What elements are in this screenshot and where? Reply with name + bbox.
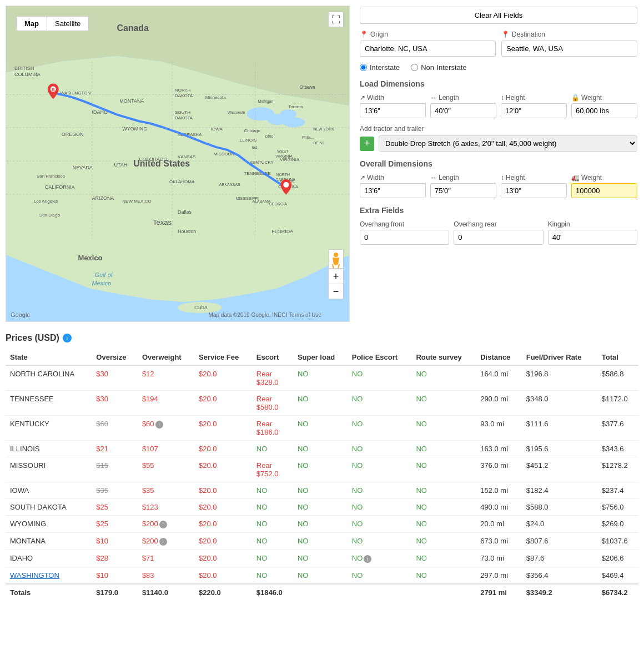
kingpin-field: Kingpin bbox=[548, 220, 637, 245]
overall-weight-icon: 🚛 bbox=[571, 174, 580, 182]
prices-title: Prices (USD) bbox=[6, 333, 59, 343]
destination-input[interactable] bbox=[501, 41, 637, 57]
overall-width-header: ↗ Width bbox=[360, 174, 426, 182]
tab-map[interactable]: Map bbox=[17, 17, 47, 31]
svg-text:NORTH: NORTH bbox=[276, 173, 290, 177]
svg-text:San Francisco: San Francisco bbox=[37, 174, 66, 179]
svg-text:IOWA: IOWA bbox=[211, 127, 223, 132]
clear-fields-button[interactable]: Clear All Fields bbox=[360, 7, 637, 24]
trailer-select[interactable]: Double Drop Stretch (6 axles, 2'0" tall,… bbox=[379, 135, 637, 152]
col-total: Total bbox=[597, 350, 638, 365]
prices-info-icon[interactable]: i bbox=[63, 334, 72, 342]
non-interstate-label: Non-Interstate bbox=[421, 63, 466, 72]
non-interstate-radio[interactable] bbox=[411, 64, 418, 71]
state-cell: NORTH CAROLINA bbox=[6, 365, 92, 391]
overhang-rear-input[interactable] bbox=[454, 230, 543, 245]
overall-length-icon: ↔ bbox=[430, 174, 437, 182]
overall-height-icon: ↕ bbox=[501, 174, 504, 182]
state-cell: KENTUCKY bbox=[6, 416, 92, 441]
interstate-option[interactable]: Interstate bbox=[360, 63, 400, 72]
state-cell[interactable]: WASHINGTON bbox=[6, 567, 92, 585]
interstate-radio[interactable] bbox=[360, 64, 367, 71]
length-input[interactable] bbox=[430, 103, 496, 118]
tab-satellite[interactable]: Satellite bbox=[47, 17, 88, 31]
escort-cell: Rear$328.0 bbox=[252, 365, 293, 391]
width-input[interactable] bbox=[360, 103, 426, 118]
super-load-cell: NO bbox=[293, 567, 348, 585]
service-fee-cell: $20.0 bbox=[194, 499, 252, 516]
width-header: ↗ Width bbox=[360, 94, 426, 102]
fuel-rate-cell: $111.6 bbox=[522, 416, 597, 441]
total-cell: $469.4 bbox=[597, 567, 638, 585]
overweight-cell: $200i bbox=[138, 533, 194, 550]
police-escort-cell: NO bbox=[348, 516, 412, 533]
svg-text:Mexico: Mexico bbox=[92, 280, 112, 286]
svg-text:SOUTH: SOUTH bbox=[175, 110, 190, 115]
non-interstate-option[interactable]: Non-Interstate bbox=[411, 63, 466, 72]
weight-input[interactable] bbox=[571, 103, 637, 118]
overall-height-input[interactable] bbox=[501, 183, 567, 198]
svg-text:NORTH: NORTH bbox=[175, 88, 190, 93]
route-survey-cell: NO bbox=[411, 533, 476, 550]
add-trailer-button[interactable]: + bbox=[360, 137, 374, 151]
overall-width-input[interactable] bbox=[360, 183, 426, 198]
state-cell: TENNESSEE bbox=[6, 391, 92, 416]
svg-text:FLORIDA: FLORIDA bbox=[271, 229, 293, 234]
origin-pin-icon: 📍 bbox=[360, 31, 368, 38]
police-escort-cell: NO bbox=[348, 416, 412, 441]
police-escort-cell: NO bbox=[348, 391, 412, 416]
total-cell: $1172.0 bbox=[597, 391, 638, 416]
zoom-out-button[interactable]: − bbox=[328, 284, 344, 299]
police-escort-cell: NO bbox=[348, 567, 412, 585]
fuel-rate-cell: $356.4 bbox=[522, 567, 597, 585]
origin-input[interactable] bbox=[360, 41, 496, 57]
escort-cell: NO bbox=[252, 533, 293, 550]
state-cell: WYOMING bbox=[6, 516, 92, 533]
map-credit: Map data ©2019 Google, INEGI Terms of Us… bbox=[209, 312, 321, 318]
overall-height-header: ↕ Height bbox=[501, 174, 567, 182]
oversize-cell: $30 bbox=[92, 365, 138, 391]
totals-escort: $1846.0 bbox=[252, 584, 293, 601]
distance-cell: 152.0 mi bbox=[476, 482, 522, 499]
state-cell: SOUTH DAKOTA bbox=[6, 499, 92, 516]
route-survey-cell: NO bbox=[411, 550, 476, 567]
overall-weight-input[interactable] bbox=[571, 183, 637, 198]
origin-group: 📍 Origin bbox=[360, 31, 496, 57]
totals-overweight: $1140.0 bbox=[138, 584, 194, 601]
distance-cell: 163.0 mi bbox=[476, 441, 522, 457]
prices-table-body: NORTH CAROLINA$30$12$20.0Rear$328.0NONON… bbox=[6, 365, 638, 601]
destination-group: 📍 Destination bbox=[501, 31, 637, 57]
oversize-cell: $10 bbox=[92, 567, 138, 585]
overweight-cell: $12 bbox=[138, 365, 194, 391]
fullscreen-button[interactable] bbox=[328, 12, 344, 27]
distance-cell: 297.0 mi bbox=[476, 567, 522, 585]
table-row: MONTANA$10$200i$20.0NONONONO673.0 mi$807… bbox=[6, 533, 638, 550]
table-row: WYOMING$25$200i$20.0NONONONO20.0 mi$24.0… bbox=[6, 516, 638, 533]
add-trailer-label: Add tractor and trailer bbox=[360, 125, 637, 133]
map-container: Map Satellite bbox=[6, 6, 350, 322]
svg-point-3 bbox=[280, 109, 296, 118]
svg-text:KANSAS: KANSAS bbox=[178, 154, 195, 159]
escort-cell: NO bbox=[252, 550, 293, 567]
kingpin-input[interactable] bbox=[548, 230, 637, 245]
height-input[interactable] bbox=[501, 103, 567, 118]
table-row: SOUTH DAKOTA$25$123$20.0NONONONO490.0 mi… bbox=[6, 499, 638, 516]
origin-label: 📍 Origin bbox=[360, 31, 496, 38]
overhang-front-input[interactable] bbox=[360, 230, 449, 245]
map-tabs: Map Satellite bbox=[16, 16, 89, 31]
svg-text:MONTANA: MONTANA bbox=[119, 98, 144, 104]
overall-weight-field: 🚛 Weight bbox=[571, 174, 637, 198]
weight-icon: 🔒 bbox=[571, 94, 580, 102]
overall-length-input[interactable] bbox=[430, 183, 496, 198]
length-icon: ↔ bbox=[430, 94, 437, 102]
state-cell: ILLINOIS bbox=[6, 441, 92, 457]
svg-text:DE NJ: DE NJ bbox=[313, 141, 324, 145]
fuel-rate-cell: $195.6 bbox=[522, 441, 597, 457]
zoom-in-button[interactable]: + bbox=[328, 268, 344, 284]
police-escort-cell: NO bbox=[348, 441, 412, 457]
fuel-rate-cell: $348.0 bbox=[522, 391, 597, 416]
route-survey-cell: NO bbox=[411, 441, 476, 457]
svg-text:Dallas: Dallas bbox=[178, 209, 192, 215]
height-header: ↕ Height bbox=[501, 94, 567, 102]
overweight-cell: $83 bbox=[138, 567, 194, 585]
